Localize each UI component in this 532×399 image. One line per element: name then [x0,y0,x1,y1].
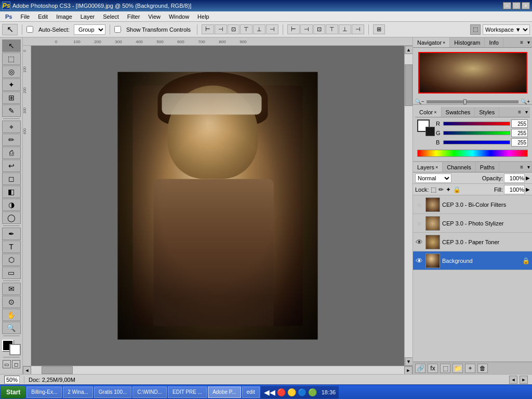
v-scrollbar[interactable]: ▲ ▼ [404,46,413,366]
red-value[interactable] [511,119,528,128]
taskbar-edit-pre[interactable]: EDIT PRE ... [168,387,207,398]
taskbar-edit[interactable]: edit [242,387,260,398]
magic-wand-tool[interactable]: ✦ [2,78,21,91]
layer-visibility-toggle[interactable]: ○ [415,219,423,228]
scroll-left-arrow[interactable]: ◄ [23,366,31,375]
move-tool[interactable]: ↖ [2,39,21,52]
taskbar-gratis[interactable]: Gratis 100... [94,387,131,398]
layers-panel-collapse[interactable]: ▾ [525,164,532,170]
menu-ps[interactable]: Ps [1,12,16,21]
clone-tool[interactable]: ⎙ [2,147,21,159]
start-button[interactable]: Start [1,386,25,398]
heal-tool[interactable]: ⌖ [2,121,21,133]
tab-styles[interactable]: Styles [475,107,499,117]
dist-btn[interactable]: ⊢ [287,24,300,34]
canvas-area[interactable] [31,46,404,366]
color-panel-options[interactable]: ≡ [518,109,523,115]
tab-navigator[interactable]: Navigator × [413,37,450,47]
new-layer-btn[interactable]: + [465,364,475,373]
palette-btn[interactable]: ⬚ [470,24,481,35]
close-layers-tab[interactable]: × [435,165,438,170]
group-dropdown[interactable]: Group Layer [74,24,105,35]
text-tool[interactable]: T [2,241,21,253]
shape-tool[interactable]: ▭ [2,267,21,279]
zoom-out-btn[interactable]: 🔍− [415,99,424,104]
align-right-btn[interactable]: ⊡ [228,24,240,34]
delete-layer-btn[interactable]: 🗑 [477,364,488,373]
link-layers-btn[interactable]: 🔗 [415,364,425,373]
layer-item[interactable]: 👁 CEP 3.0 - Paper Toner [413,233,532,251]
navigator-panel-options[interactable]: ≡ [520,39,525,45]
opacity-input[interactable] [504,174,525,183]
history-brush[interactable]: ↩ [2,159,21,172]
menu-help[interactable]: Help [193,12,214,21]
taskbar-billing[interactable]: Billing-Ex... [26,387,62,398]
menu-view[interactable]: View [144,12,165,21]
lock-position-btn[interactable]: ✦ [446,186,451,193]
lock-all-btn[interactable]: 🔒 [453,186,461,193]
new-group-btn[interactable]: 📁 [453,364,463,373]
navigator-panel-collapse[interactable]: ▾ [525,39,532,45]
layer-visibility-toggle[interactable]: 👁 [415,257,423,265]
h-scroll-track[interactable] [31,366,404,374]
zoom-input[interactable] [4,376,20,384]
notes-tool[interactable]: ✉ [2,283,21,295]
tab-color[interactable]: Color × [415,107,442,117]
blur-tool[interactable]: ◑ [2,198,21,211]
close-button[interactable]: × [522,2,530,9]
menu-filter[interactable]: Filter [123,12,144,21]
red-slider[interactable] [443,122,510,126]
select-tool[interactable]: ⬡ [2,254,21,266]
brush-tool[interactable]: ✏ [2,134,21,146]
dist-btn4[interactable]: ⊤ [326,24,338,34]
color-panel-collapse[interactable]: ▾ [523,109,530,115]
tray-icon-2[interactable]: 🔴 [277,388,286,396]
auto-select-checkbox[interactable] [26,26,33,33]
menu-select[interactable]: Select [99,12,123,21]
eyedropper-tool[interactable]: ✎ [2,104,21,117]
align-bottom-btn[interactable]: ⊣ [266,24,278,34]
minimize-button[interactable]: − [503,2,511,9]
green-value[interactable] [511,129,528,137]
marquee-tool[interactable]: ⬚ [2,52,21,65]
menu-image[interactable]: Image [52,12,76,21]
dist-btn6[interactable]: ⊣ [352,24,364,34]
layer-item-background[interactable]: 👁 Background 🔒 [413,251,532,270]
dist-btn3[interactable]: ⊡ [313,24,325,34]
align-center-btn[interactable]: ⊣ [215,24,227,34]
green-slider[interactable] [443,131,510,135]
eraser-tool[interactable]: ◻ [2,172,21,185]
align-left-btn[interactable]: ⊢ [202,24,214,34]
lasso-tool[interactable]: ◎ [2,65,21,78]
tray-icon-4[interactable]: 🔵 [298,388,307,396]
dist-btn5[interactable]: ⊥ [339,24,351,34]
taskbar-cwindows[interactable]: C:\WIND... [132,387,167,398]
layers-panel-options[interactable]: ≡ [520,164,525,170]
blue-slider[interactable] [443,140,510,144]
tab-histogram[interactable]: Histogram [450,37,485,47]
add-style-btn[interactable]: fx [428,364,438,373]
dodge-tool[interactable]: ◯ [2,211,21,224]
crop-tool[interactable]: ⊞ [2,91,21,104]
close-color-tab[interactable]: × [434,110,436,115]
layer-item[interactable]: ○ CEP 3.0 - Photo Stylizer [413,214,532,233]
v-scroll-track[interactable] [405,54,413,357]
workspace-dropdown[interactable]: Workspace ▼ [483,24,530,35]
blend-mode-dropdown[interactable]: Normal Multiply Screen [415,174,451,183]
tab-channels[interactable]: Channels [443,162,475,172]
close-navigator-tab[interactable]: × [443,40,445,45]
scroll-down-arrow[interactable]: ▼ [405,357,413,366]
v-scroll-thumb[interactable] [405,64,413,106]
pen-tool[interactable]: ✒ [2,228,21,240]
menu-edit[interactable]: Edit [34,12,52,21]
transform-controls-checkbox[interactable] [114,26,121,33]
fill-arrow[interactable]: ▶ [526,187,530,192]
align-top-btn[interactable]: ⊤ [240,24,252,34]
taskbar-wina[interactable]: 2 Wina... [63,387,92,398]
color-spectrum-bar[interactable] [417,150,528,157]
status-next-btn[interactable]: ► [520,376,528,384]
opacity-arrow[interactable]: ▶ [526,175,530,181]
blue-value[interactable] [511,138,528,147]
lock-transparent-btn[interactable]: ⬚ [431,186,436,193]
tab-layers[interactable]: Layers × [413,162,443,172]
